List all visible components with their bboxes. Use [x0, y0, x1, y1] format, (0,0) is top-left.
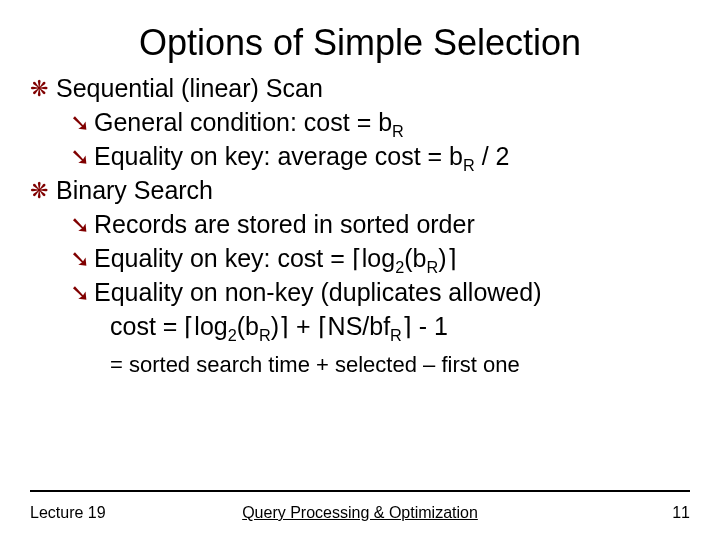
bullet-text: Binary Search: [56, 174, 694, 208]
arrow-down-right-icon: ➘: [70, 106, 90, 140]
bullet-equality-key-cost: ➘ Equality on key: cost = ⌈log2(bR)⌉: [70, 242, 694, 276]
bullet-binary-search: ❋ Binary Search: [30, 174, 694, 208]
bullet-equality-key-avg: ➘ Equality on key: average cost = bR / 2: [70, 140, 694, 174]
footer-right: 11: [672, 504, 690, 522]
bullet-sorted-order: ➘ Records are stored in sorted order: [70, 208, 694, 242]
slide-body: ❋ Sequential (linear) Scan ➘ General con…: [0, 72, 720, 379]
cost-formula: cost = ⌈log2(bR)⌉ + ⌈NS/bfR⌉ - 1: [110, 310, 694, 344]
bullet-sequential-scan: ❋ Sequential (linear) Scan: [30, 72, 694, 106]
bullet-text: Records are stored in sorted order: [94, 208, 694, 242]
footer-left: Lecture 19: [30, 504, 106, 522]
arrow-down-right-icon: ➘: [70, 208, 90, 242]
cost-explanation: = sorted search time + selected – first …: [110, 350, 694, 380]
bullet-equality-nonkey: ➘ Equality on non-key (duplicates allowe…: [70, 276, 694, 310]
arrow-down-right-icon: ➘: [70, 242, 90, 276]
rosette-icon: ❋: [30, 72, 48, 106]
bullet-text: Sequential (linear) Scan: [56, 72, 694, 106]
bullet-text: Equality on key: average cost = bR / 2: [94, 140, 694, 174]
bullet-text: Equality on non-key (duplicates allowed): [94, 276, 694, 310]
arrow-down-right-icon: ➘: [70, 140, 90, 174]
slide-title: Options of Simple Selection: [0, 0, 720, 72]
rosette-icon: ❋: [30, 174, 48, 208]
footer-divider: [30, 490, 690, 492]
bullet-text: General condition: cost = bR: [94, 106, 694, 140]
bullet-text: Equality on key: cost = ⌈log2(bR)⌉: [94, 242, 694, 276]
arrow-down-right-icon: ➘: [70, 276, 90, 310]
footer-center: Query Processing & Optimization: [30, 504, 690, 522]
bullet-general-condition: ➘ General condition: cost = bR: [70, 106, 694, 140]
slide: Options of Simple Selection ❋ Sequential…: [0, 0, 720, 540]
footer: Lecture 19 Query Processing & Optimizati…: [30, 504, 690, 522]
